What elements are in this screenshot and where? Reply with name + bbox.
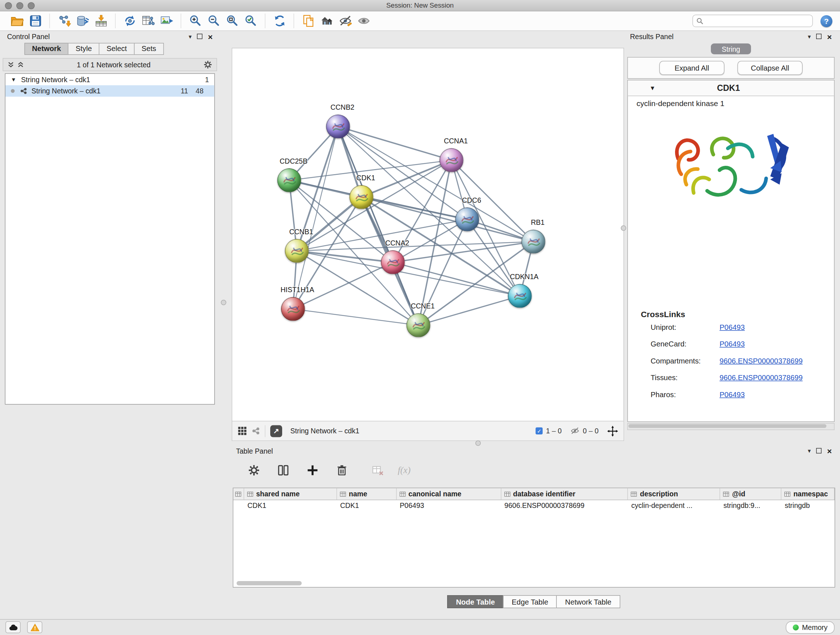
- column-header-database-identifier[interactable]: database identifier: [501, 488, 628, 500]
- panel-float-button[interactable]: [816, 34, 821, 39]
- import-network-file-button[interactable]: [56, 13, 73, 29]
- table-horizontal-scrollbar[interactable]: [237, 581, 302, 585]
- node-RB1[interactable]: [522, 230, 546, 254]
- column-header-label: @id: [732, 490, 745, 498]
- zoom-in-button[interactable]: [187, 13, 204, 29]
- table-settings-button[interactable]: [246, 462, 262, 478]
- splitter-handle[interactable]: [621, 226, 626, 231]
- node-HIST1H1A[interactable]: [281, 297, 305, 321]
- gene-header[interactable]: ▼ CDK1: [628, 80, 834, 96]
- create-column-button[interactable]: [305, 462, 321, 478]
- panel-menu-button[interactable]: ▾: [808, 33, 811, 40]
- home-button[interactable]: [319, 13, 335, 29]
- open-in-new-window-button[interactable]: ↗: [270, 425, 282, 437]
- network-collection-label: String Network – cdk1: [21, 76, 90, 84]
- tab-network-table[interactable]: Network Table: [556, 595, 620, 608]
- gene-details-card: ▼ CDK1 cyclin-dependent kinase 1: [627, 80, 835, 422]
- import-database-icon: [76, 14, 89, 28]
- column-header-description[interactable]: description: [628, 488, 720, 500]
- node-CCNB1[interactable]: [285, 239, 309, 263]
- import-network-database-button[interactable]: [74, 13, 91, 29]
- tab-sets[interactable]: Sets: [134, 43, 164, 55]
- node-CDK1[interactable]: [349, 185, 373, 209]
- refresh-icon: [273, 14, 286, 28]
- panel-float-button[interactable]: [197, 34, 202, 39]
- panel-close-button[interactable]: ×: [208, 32, 213, 41]
- new-network-button[interactable]: [122, 13, 138, 29]
- results-scrollbar[interactable]: [627, 423, 835, 431]
- expand-all-button[interactable]: Expand All: [660, 61, 725, 75]
- show-graphics-details-button[interactable]: [355, 13, 372, 29]
- clone-document-icon: [302, 14, 315, 28]
- panel-menu-button[interactable]: ▾: [808, 448, 811, 454]
- node-label-CCNA1: CCNA1: [426, 137, 486, 145]
- tab-edge-table[interactable]: Edge Table: [503, 595, 557, 608]
- network-row-selected[interactable]: String Network – cdk1 11 48: [5, 86, 215, 97]
- network-canvas[interactable]: CCNB2CCNA1CDC25BCDK1CDC6RB1CCNB1CCNA2CDK…: [232, 48, 624, 441]
- zoom-selected-button[interactable]: [243, 13, 259, 29]
- panel-float-button[interactable]: [816, 448, 821, 454]
- node-CDC25B[interactable]: [278, 168, 302, 192]
- show-columns-button[interactable]: [275, 462, 292, 478]
- crosslink-link[interactable]: 9606.ENSP00000378699: [720, 357, 803, 365]
- tab-node-table[interactable]: Node Table: [447, 595, 504, 608]
- birds-eye-view-icon[interactable]: [238, 426, 247, 436]
- expand-all-groups-icon[interactable]: [8, 62, 14, 68]
- crosslink-link[interactable]: P06493: [720, 340, 745, 348]
- tab-style[interactable]: Style: [68, 43, 99, 55]
- column-header-canonical-name[interactable]: canonical name: [396, 488, 501, 500]
- panel-close-button[interactable]: ×: [827, 447, 832, 455]
- collapse-gene-icon[interactable]: ▼: [650, 85, 655, 91]
- node-CCNA1[interactable]: [439, 149, 463, 172]
- results-panel-title: Results Panel: [630, 32, 808, 41]
- delete-column-button[interactable]: [334, 462, 350, 478]
- tab-network[interactable]: Network: [25, 43, 69, 55]
- panel-menu-button[interactable]: ▾: [189, 33, 192, 40]
- node-CDKN1A[interactable]: [508, 284, 532, 308]
- clone-network-button[interactable]: [300, 13, 317, 29]
- crosslink-link[interactable]: P06493: [720, 391, 745, 399]
- search-input[interactable]: [706, 17, 809, 25]
- export-image-button[interactable]: [158, 13, 175, 29]
- search-icon: [696, 17, 704, 25]
- zoom-fit-button[interactable]: [224, 13, 240, 29]
- apply-layout-button[interactable]: [271, 13, 287, 29]
- cloud-status-button[interactable]: [5, 621, 21, 633]
- import-table-file-button[interactable]: [93, 13, 109, 29]
- zoom-out-button[interactable]: [206, 13, 222, 29]
- hide-graphics-details-button[interactable]: [337, 13, 354, 29]
- new-network-from-table-button[interactable]: [140, 13, 156, 29]
- crosslink-label: Compartments:: [651, 357, 720, 365]
- memory-button[interactable]: Memory: [786, 621, 835, 634]
- column-header--id[interactable]: @id: [720, 488, 782, 500]
- tab-string[interactable]: String: [711, 43, 751, 54]
- pan-crosshair-icon[interactable]: [607, 425, 618, 436]
- network-graph[interactable]: CCNB2CCNA1CDC25BCDK1CDC6RB1CCNB1CCNA2CDK…: [232, 49, 624, 421]
- column-header-namespac[interactable]: namespac: [782, 488, 835, 500]
- table-row[interactable]: CDK1CDK1P064939606.ENSP00000378699cyclin…: [233, 500, 835, 512]
- table-cell: cyclin-dependent ...: [628, 500, 720, 512]
- splitter-handle[interactable]: [475, 440, 481, 446]
- panel-close-button[interactable]: ×: [827, 32, 832, 41]
- help-button[interactable]: ?: [821, 15, 832, 27]
- tree-expand-icon[interactable]: ▼: [11, 77, 16, 83]
- network-collection-row[interactable]: ▼ String Network – cdk1 1: [5, 74, 215, 86]
- column-header-name[interactable]: name: [337, 488, 396, 500]
- open-session-button[interactable]: [9, 13, 25, 29]
- crosslink-link[interactable]: P06493: [720, 323, 745, 332]
- splitter-handle[interactable]: [221, 300, 226, 305]
- share-network-icon[interactable]: [252, 427, 260, 435]
- selection-checkbox[interactable]: ✓: [536, 428, 543, 435]
- warnings-button[interactable]: [27, 621, 42, 633]
- collapse-all-button[interactable]: Collapse All: [737, 61, 803, 75]
- column-header-shared-name[interactable]: shared name: [244, 488, 337, 500]
- tab-select[interactable]: Select: [99, 43, 134, 55]
- save-session-button[interactable]: [27, 13, 43, 29]
- node-CCNE1[interactable]: [407, 314, 431, 337]
- network-options-gear-icon[interactable]: [204, 60, 212, 69]
- crosslink-link[interactable]: 9606.ENSP00000378699: [720, 374, 803, 382]
- node-CCNA2[interactable]: [381, 250, 405, 274]
- node-CCNB2[interactable]: [326, 115, 350, 139]
- collapse-all-groups-icon[interactable]: [17, 62, 24, 68]
- node-CDC6[interactable]: [455, 207, 479, 231]
